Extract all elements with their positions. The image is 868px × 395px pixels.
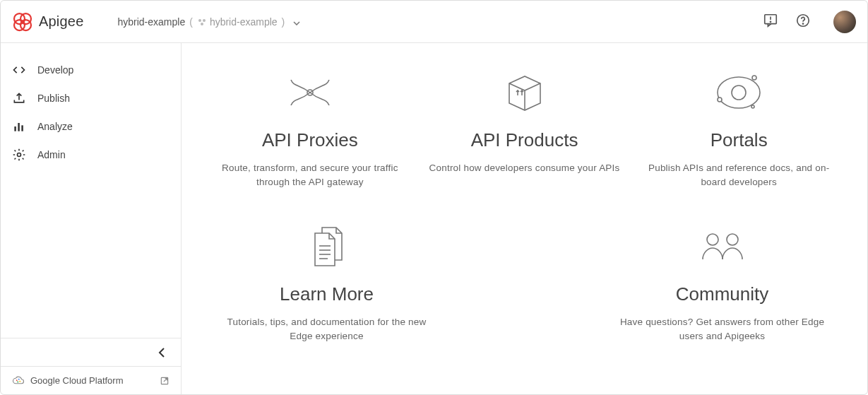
code-icon [12,63,26,77]
gear-icon [12,148,26,162]
svg-point-25 [752,76,756,80]
org-inner-name: hybrid-example [210,16,278,28]
gcp-cloud-icon [12,375,25,387]
documents-icon [302,223,352,270]
svg-point-26 [751,105,754,108]
aperture-icon [285,71,335,114]
svg-point-31 [707,234,718,245]
org-dots-icon [197,17,207,27]
orbit-icon [711,68,767,117]
card-api-proxies[interactable]: API Proxies Route, transform, and secure… [210,64,410,190]
caret-down-icon [293,16,300,28]
package-icon [502,71,547,114]
svg-point-32 [727,234,738,245]
svg-point-5 [203,19,206,22]
svg-point-24 [718,98,722,102]
svg-rect-14 [21,125,23,131]
svg-point-6 [201,23,203,25]
card-desc: Tutorials, tips, and documentation for t… [221,315,433,344]
svg-point-15 [18,153,21,157]
sidebar-item-label: Analyze [37,121,73,132]
gcp-link[interactable]: Google Cloud Platform [1,366,181,394]
bars-icon [12,119,26,134]
brand-name: Apigee [39,13,83,30]
sidebar-item-analyze[interactable]: Analyze [1,112,181,141]
card-title: Portals [638,129,839,151]
org-name: hybrid-example [117,16,185,28]
sidebar-item-publish[interactable]: Publish [1,84,181,112]
svg-point-3 [20,20,31,30]
svg-point-11 [802,23,803,24]
svg-point-4 [198,19,201,22]
sidebar-collapse-button[interactable] [1,338,181,366]
main-content: API Proxies Route, transform, and secure… [182,43,867,394]
external-link-icon [160,376,170,386]
upload-icon [12,91,26,105]
help-icon[interactable] [795,13,811,31]
sidebar-item-admin[interactable]: Admin [1,141,181,169]
svg-point-17 [18,378,20,379]
sidebar: Develop Publish Analyze Admin [1,43,182,394]
gcp-link-label: Google Cloud Platform [30,375,124,386]
card-desc: Have questions? Get answers from other E… [617,315,828,344]
svg-point-19 [17,381,18,382]
sidebar-item-label: Admin [37,149,66,160]
card-desc: Publish APIs and reference docs, and on-… [638,161,839,190]
org-switcher[interactable]: hybrid-example ( hybrid-example ) [117,16,300,28]
card-api-products[interactable]: API Products Control how developers cons… [424,64,625,190]
sidebar-item-label: Develop [37,64,73,76]
svg-rect-12 [14,126,16,131]
svg-point-22 [732,86,746,100]
top-bar: Apigee hybrid-example ( hybrid-example ) [1,1,867,43]
svg-rect-13 [18,123,20,131]
card-title: Community [617,283,828,305]
brand-logo[interactable]: Apigee [12,11,83,33]
card-title: API Proxies [210,129,410,151]
card-portals[interactable]: Portals Publish APIs and reference docs,… [638,64,839,190]
sidebar-item-label: Publish [37,93,70,104]
apigee-logo-icon [12,11,33,33]
feedback-icon[interactable] [763,13,778,31]
svg-point-23 [718,77,760,108]
sidebar-item-develop[interactable]: Develop [1,56,181,84]
card-community[interactable]: Community Have questions? Get answers fr… [617,218,828,344]
chevron-left-icon [157,348,167,358]
card-desc: Control how developers consume your APIs [424,161,625,175]
card-learn-more[interactable]: Learn More Tutorials, tips, and document… [221,218,433,344]
card-title: Learn More [221,283,433,305]
svg-point-16 [16,379,18,381]
card-desc: Route, transform, and secure your traffi… [210,161,410,190]
svg-point-9 [770,21,771,22]
top-icons [763,11,856,33]
card-title: API Products [424,129,625,151]
user-avatar[interactable] [833,11,856,33]
svg-point-18 [19,380,20,382]
people-icon [694,225,751,268]
